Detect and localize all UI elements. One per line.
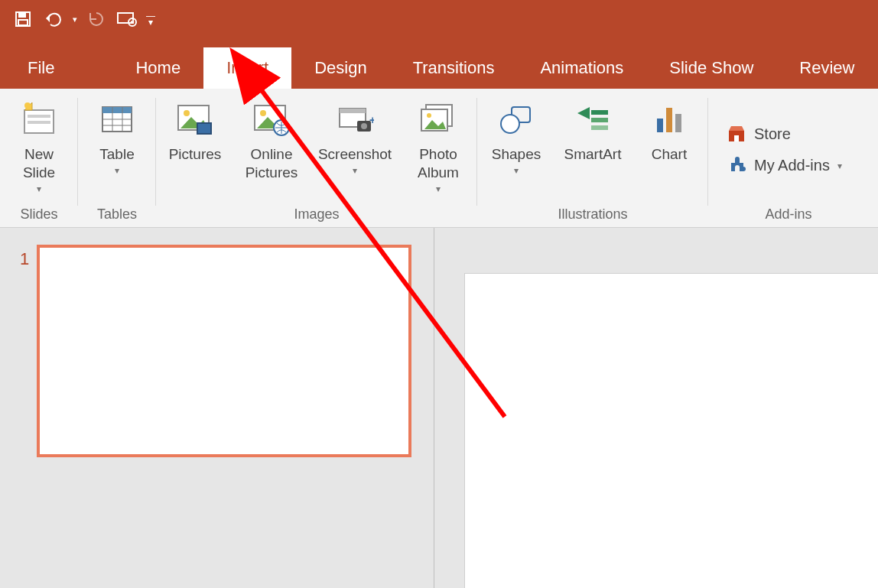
start-from-beginning-button[interactable] xyxy=(112,4,142,34)
shapes-icon xyxy=(498,102,535,136)
tab-file[interactable]: File xyxy=(0,47,82,89)
new-slide-button[interactable]: New Slide ▾ xyxy=(8,95,70,194)
tab-slide-show[interactable]: Slide Show xyxy=(646,47,776,89)
group-label-tables: Tables xyxy=(86,205,148,224)
smartart-icon xyxy=(574,104,611,135)
group-label-slides: Slides xyxy=(8,205,70,224)
pictures-button[interactable]: Pictures xyxy=(164,95,226,164)
svg-rect-26 xyxy=(340,109,366,113)
svg-rect-41 xyxy=(666,108,672,132)
quick-access-toolbar: ▾ —▾ xyxy=(0,0,878,38)
my-addins-label: My Add-ins xyxy=(754,157,830,174)
slideshow-icon xyxy=(116,11,138,28)
svg-rect-20 xyxy=(197,123,211,134)
group-label-illustrations: Illustrations xyxy=(485,205,701,224)
ribbon: New Slide ▾ Slides Table ▾ Tables xyxy=(0,89,878,228)
svg-point-35 xyxy=(501,115,519,133)
tab-insert[interactable]: Insert xyxy=(203,47,291,89)
svg-rect-38 xyxy=(591,118,608,122)
svg-rect-8 xyxy=(28,121,50,124)
svg-rect-2 xyxy=(18,20,28,25)
chevron-down-icon: ▾ xyxy=(73,15,77,24)
svg-rect-40 xyxy=(657,119,663,132)
svg-rect-1 xyxy=(19,12,25,17)
pictures-label: Pictures xyxy=(169,145,222,164)
tab-animations[interactable]: Animations xyxy=(517,47,646,89)
chart-button[interactable]: Chart xyxy=(638,95,701,164)
photo-album-label: Photo Album xyxy=(418,145,459,182)
addin-icon xyxy=(727,155,746,175)
save-icon xyxy=(14,10,32,28)
smartart-button[interactable]: SmartArt xyxy=(561,95,624,164)
customize-qat-button[interactable]: —▾ xyxy=(142,4,159,34)
online-pictures-label: Online Pictures xyxy=(246,145,298,182)
svg-point-22 xyxy=(260,110,266,116)
slide-canvas-pane xyxy=(434,228,878,588)
svg-marker-36 xyxy=(577,107,590,119)
slide-thumbnail-1[interactable] xyxy=(37,245,411,457)
undo-button[interactable] xyxy=(38,4,69,34)
online-pictures-button[interactable]: Online Pictures xyxy=(240,95,303,182)
svg-rect-39 xyxy=(591,125,608,130)
svg-rect-12 xyxy=(102,107,132,113)
online-pictures-icon xyxy=(252,102,291,137)
group-addins: Store My Add-ins ▾ Add-ins xyxy=(708,89,869,227)
shapes-button[interactable]: Shapes ▾ xyxy=(485,95,548,176)
slide-thumbnails-pane[interactable]: 1 xyxy=(0,228,434,588)
table-icon xyxy=(99,102,135,136)
photo-album-icon xyxy=(418,102,458,137)
photo-album-button[interactable]: Photo Album ▾ xyxy=(407,95,470,194)
ribbon-tabs: File Home Insert Design Transitions Anim… xyxy=(0,38,878,89)
group-label-addins: Add-ins xyxy=(716,205,861,224)
store-label: Store xyxy=(754,125,791,143)
svg-rect-7 xyxy=(28,115,50,118)
chevron-down-icon: ▾ xyxy=(837,161,842,171)
tab-home[interactable]: Home xyxy=(112,47,203,89)
workspace: 1 xyxy=(0,228,878,588)
store-icon xyxy=(727,125,746,143)
group-illustrations: Shapes ▾ SmartArt Chart Illustrations xyxy=(477,89,708,227)
svg-point-33 xyxy=(427,113,431,118)
table-button[interactable]: Table ▾ xyxy=(86,95,148,176)
chevron-down-icon: ▾ xyxy=(436,184,441,194)
undo-dropdown[interactable]: ▾ xyxy=(69,4,81,34)
new-slide-label: New Slide xyxy=(23,145,55,182)
svg-rect-37 xyxy=(591,110,608,115)
smartart-label: SmartArt xyxy=(564,145,622,164)
svg-rect-44 xyxy=(734,135,739,141)
group-tables: Table ▾ Tables xyxy=(78,89,156,227)
group-label-images: Images xyxy=(164,205,470,224)
save-button[interactable] xyxy=(8,4,38,34)
shapes-label: Shapes xyxy=(492,145,541,164)
tab-review[interactable]: Review xyxy=(776,47,877,89)
screenshot-button[interactable]: + Screenshot ▾ xyxy=(317,95,393,176)
pictures-icon xyxy=(176,102,214,137)
group-slides: New Slide ▾ Slides xyxy=(0,89,78,227)
slide-canvas[interactable] xyxy=(465,274,878,588)
overflow-icon: —▾ xyxy=(146,13,155,25)
redo-icon xyxy=(87,10,106,28)
store-button[interactable]: Store xyxy=(722,122,855,146)
chevron-down-icon: ▾ xyxy=(353,165,357,176)
screenshot-icon: + xyxy=(336,102,374,136)
screenshot-label: Screenshot xyxy=(318,145,392,164)
chevron-down-icon: ▾ xyxy=(115,165,119,176)
undo-icon xyxy=(44,11,63,28)
group-images: Pictures Online Pictures + Screenshot ▾ xyxy=(156,89,477,227)
svg-point-18 xyxy=(184,110,190,116)
chevron-down-icon: ▾ xyxy=(514,165,519,176)
chevron-down-icon: ▾ xyxy=(37,184,41,194)
chart-icon xyxy=(652,103,686,135)
slide-number: 1 xyxy=(20,249,29,269)
table-label: Table xyxy=(99,145,134,164)
chart-label: Chart xyxy=(652,145,687,164)
redo-button[interactable] xyxy=(81,4,112,34)
tab-design[interactable]: Design xyxy=(291,47,389,89)
my-addins-button[interactable]: My Add-ins ▾ xyxy=(722,152,855,178)
new-slide-icon xyxy=(21,102,57,136)
svg-point-28 xyxy=(361,123,367,129)
tab-transitions[interactable]: Transitions xyxy=(390,47,518,89)
svg-text:+: + xyxy=(369,114,374,126)
svg-point-10 xyxy=(24,102,31,109)
svg-rect-42 xyxy=(675,114,681,132)
